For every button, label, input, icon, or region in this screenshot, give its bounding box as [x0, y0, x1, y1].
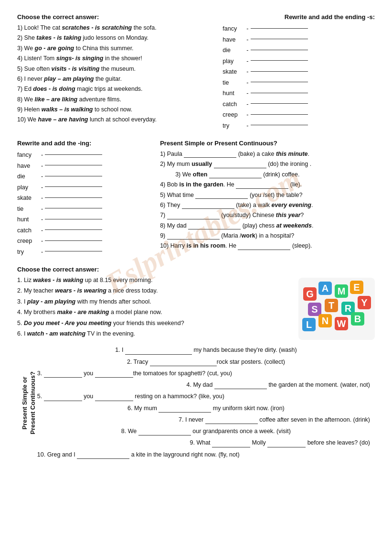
s2-blank3[interactable] — [251, 50, 308, 50]
s6-item9: 9. What Molly before she leaves? (do) — [37, 438, 375, 448]
s3-word10: try — [17, 247, 39, 258]
s5-answer6: watch - am watching — [27, 330, 85, 337]
s4-blank6[interactable] — [182, 208, 234, 209]
s3-blank4[interactable] — [45, 186, 102, 187]
s4-blank9[interactable] — [167, 239, 220, 239]
s5-answer3: play - am playing — [27, 298, 75, 305]
s3-row-creep: creep- — [17, 236, 151, 247]
s6-blank9a[interactable] — [212, 447, 250, 447]
top-row: Choose the correct answer: 1) Look! The … — [17, 13, 375, 131]
section-present-simple: Present Simple or Present Continuous? 1)… — [160, 140, 375, 257]
s2-blank8[interactable] — [251, 103, 308, 104]
s4-item7: 7) (you/study) Chinese this year? — [160, 211, 375, 220]
s4-blank4[interactable] — [236, 188, 288, 189]
s2-row-creep: creep- — [222, 109, 375, 120]
s3-word8: catch — [17, 225, 39, 236]
s2-row-fancy: fancy- — [222, 23, 375, 34]
section-rewrite-ing: Rewrite and add the -ing: fancy- have- d… — [17, 140, 151, 257]
s1-item2: 2) She takes - is taking judo lessons on… — [17, 33, 214, 43]
s4-blank8[interactable] — [188, 229, 241, 229]
s3-word1: fancy — [17, 150, 39, 161]
s6-item7: 7. I never coffee after seven in the aft… — [37, 415, 375, 425]
s1-item1: 1) Look! The cat scratches - is scratchi… — [17, 23, 214, 33]
s1-answer4: sings- is singing — [56, 55, 104, 62]
s1-answer9: walks – is walking — [42, 106, 93, 113]
s3-row-die: die- — [17, 171, 151, 182]
mid-row: Rewrite and add the -ing: fancy- have- d… — [17, 140, 375, 257]
section6-content: 1. I my hands because they're dirty. (wa… — [37, 345, 375, 461]
bottom-section: Present Simple orPresent Continuous? 1. … — [17, 345, 375, 461]
s3-row-fancy: fancy- — [17, 150, 151, 161]
s2-word7: hunt — [222, 88, 244, 99]
s2-blank7[interactable] — [251, 93, 308, 93]
s2-blank6[interactable] — [251, 82, 308, 82]
svg-text:M: M — [338, 286, 346, 296]
s3-blank10[interactable] — [45, 251, 102, 251]
s4-em6: every evening — [272, 202, 311, 208]
s2-blank2[interactable] — [251, 39, 308, 39]
s6-blank3a[interactable] — [44, 377, 82, 378]
s6-blank1[interactable] — [125, 354, 192, 355]
s4-blank7[interactable] — [167, 219, 220, 219]
s4-blank2[interactable] — [214, 168, 266, 168]
s2-row-die: die- — [222, 45, 375, 56]
s3-row-try: try- — [17, 247, 151, 258]
s6-blank2[interactable] — [150, 366, 217, 366]
s5-answer1: wakes - is waking — [33, 277, 83, 283]
s4-em7: this year — [276, 212, 300, 218]
s3-word9: creep — [17, 236, 39, 247]
s2-blank9[interactable] — [251, 114, 308, 115]
s3-row-have: have- — [17, 161, 151, 172]
s3-row-skate: skate- — [17, 193, 151, 204]
s3-blank1[interactable] — [45, 154, 102, 155]
s6-blank5b[interactable] — [95, 401, 133, 401]
s4-item1: 1) Paula (bake) a cake this minute. — [160, 150, 375, 159]
s1-answer5: visits - is visiting — [52, 65, 100, 72]
s1-item4: 4) Listen! Tom sings- is singing in the … — [17, 54, 214, 63]
s4-item3: 3) We often (drink) coffee. — [175, 170, 375, 179]
svg-text:A: A — [322, 283, 328, 294]
s1-item8: 8) We like – are liking adventure films. — [17, 95, 214, 104]
s4-item2: 2) My mum usually (do) the ironing . — [160, 160, 375, 169]
s2-blank4[interactable] — [251, 60, 308, 61]
s4-blank1[interactable] — [184, 157, 236, 158]
s3-blank3[interactable] — [45, 176, 102, 176]
s6-blank7[interactable] — [205, 424, 258, 424]
s4-em9: work — [242, 232, 255, 239]
s3-blank5[interactable] — [45, 197, 102, 198]
svg-text:E: E — [353, 282, 360, 293]
s2-word6: tie — [222, 77, 244, 88]
s2-blank1[interactable] — [251, 28, 308, 29]
s6-blank8[interactable] — [138, 435, 191, 435]
s4-em8: at weekends — [276, 222, 312, 229]
svg-text:Y: Y — [361, 297, 368, 308]
s2-row-tie: tie- — [222, 77, 375, 88]
s6-item5: 5. you resting on a hammock? (like, you) — [37, 392, 375, 402]
s4-blank5[interactable] — [195, 198, 248, 199]
s4-blank10[interactable] — [238, 250, 290, 250]
s1-answer1: scratches - is scratching — [62, 24, 132, 31]
svg-text:W: W — [337, 318, 346, 329]
s3-blank8[interactable] — [45, 229, 102, 230]
s6-blank4[interactable] — [214, 389, 267, 389]
s2-row-catch: catch- — [222, 99, 375, 110]
s6-blank6[interactable] — [159, 412, 211, 413]
section5-title: Choose the correct answer: — [17, 266, 375, 273]
s3-blank7[interactable] — [45, 219, 102, 219]
s3-word6: tie — [17, 204, 39, 215]
s2-word8: catch — [222, 99, 244, 110]
s6-blank10[interactable] — [77, 458, 129, 459]
s6-blank9b[interactable] — [267, 447, 306, 447]
s1-item5: 5) Sue often visits - is visiting the mu… — [17, 65, 214, 74]
s3-blank9[interactable] — [45, 240, 102, 241]
s3-blank6[interactable] — [45, 208, 102, 208]
s6-item8: 8. We our grandparents once a week. (vis… — [37, 426, 375, 436]
svg-text:L: L — [306, 319, 312, 330]
s2-blank10[interactable] — [251, 125, 308, 125]
s6-blank3b[interactable] — [95, 377, 133, 378]
s2-blank5[interactable] — [251, 71, 308, 72]
s4-item8: 8) My dad (play) chess at weekends. — [160, 221, 375, 230]
s3-blank2[interactable] — [45, 165, 102, 165]
s4-blank3[interactable] — [209, 178, 262, 178]
s6-blank5a[interactable] — [44, 401, 82, 401]
